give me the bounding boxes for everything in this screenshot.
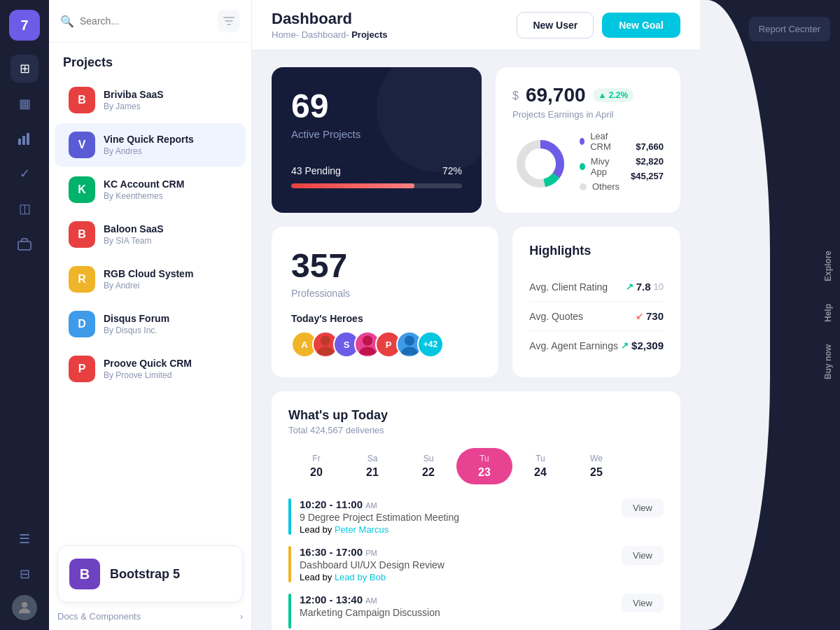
cal-day-21[interactable]: Sa 21	[344, 448, 400, 484]
professionals-count: 357	[291, 246, 479, 285]
filter-button[interactable]	[218, 10, 240, 32]
cal-day-25[interactable]: We 25	[568, 448, 624, 484]
arrow-down-icon: ↙	[636, 311, 643, 321]
event-lead-link-1[interactable]: Peter Marcus	[335, 524, 388, 535]
earnings-card: $ 69,700 ▲ 2.2% Projects Earnings in Apr…	[496, 67, 680, 213]
highlight-label-earnings: Avg. Agent Earnings	[529, 340, 618, 351]
project-name-3: Baloon SaaS	[104, 223, 164, 234]
amounts-column: $7,660 $2,820 $45,257	[631, 141, 664, 186]
highlight-value-rating: ↗ 7.8 10	[626, 281, 664, 293]
right-tabs: Explore Help Buy now	[818, 239, 840, 391]
bootstrap-label: Bootstrap 5	[110, 567, 180, 582]
legend-dot-leaf	[580, 138, 584, 145]
project-logo-1: V	[69, 132, 95, 158]
project-name-5: Disqus Forum	[104, 313, 169, 324]
bootstrap-logo: B	[69, 559, 100, 589]
page-title: Dashboard	[272, 10, 387, 28]
sidebar-icon-grid2[interactable]: ⊟	[10, 560, 38, 588]
explore-tab[interactable]: Explore	[818, 239, 840, 293]
legend-dot-others	[580, 183, 587, 190]
sidebar-icon-check[interactable]: ✓	[10, 160, 38, 188]
arrow-up-icon: ↗	[626, 281, 634, 292]
event-item-2: 16:30 - 17:00 PM Dashboard UI/UX Design …	[288, 546, 664, 582]
project-item-1[interactable]: V Vine Quick Reports By Andres	[55, 123, 246, 167]
project-name-4: RGB Cloud System	[104, 268, 193, 279]
new-goal-button[interactable]: New Goal	[602, 13, 680, 38]
project-item-5[interactable]: D Disqus Forum By Disqus Inc.	[55, 302, 246, 346]
highlight-row-earnings: Avg. Agent Earnings ↗ $2,309	[529, 331, 664, 360]
project-by-4: By Andrei	[104, 281, 193, 290]
cal-day-23[interactable]: Tu 23	[456, 448, 512, 484]
earnings-label: Projects Earnings in April	[512, 109, 664, 120]
view-button-1[interactable]: View	[622, 498, 664, 517]
active-projects-label: Active Projects	[291, 128, 462, 140]
pending-row: 43 Pending 72%	[291, 165, 462, 176]
todays-heroes: Today's Heroes A S P	[291, 313, 479, 358]
mid-row: 357 Professionals Today's Heroes A S P	[272, 227, 680, 377]
sidebar-icon-briefcase[interactable]	[10, 230, 38, 258]
donut-chart	[512, 136, 568, 192]
arrow-up-icon-2: ↗	[621, 340, 629, 351]
project-item-2[interactable]: K KC Account CRM By Keenthemes	[55, 168, 246, 211]
bootstrap-card: B Bootstrap 5	[57, 545, 243, 603]
docs-link[interactable]: Docs & Components ›	[49, 611, 251, 630]
project-name-6: Proove Quick CRM	[104, 358, 192, 369]
project-info-5: Disqus Forum By Disqus Inc.	[104, 313, 169, 335]
sidebar-user-avatar[interactable]	[12, 595, 37, 620]
breadcrumb: Home- Dashboard- Projects	[272, 29, 387, 40]
cal-day-22[interactable]: Su 22	[400, 448, 456, 484]
svg-point-8	[321, 335, 330, 345]
event-name-3: Marketing Campaign Discussion	[300, 607, 613, 618]
project-by-3: By SIA Team	[104, 236, 164, 246]
search-icon: 🔍	[60, 15, 74, 28]
new-user-button[interactable]: New User	[517, 12, 594, 38]
sidebar-icon-grid[interactable]: ⊞	[10, 55, 38, 83]
project-info-2: KC Account CRM By Keenthemes	[104, 178, 184, 201]
legend-item-leaf: Leaf CRM	[580, 131, 620, 152]
search-bar: 🔍	[49, 0, 251, 43]
pending-label: 43 Pending	[291, 165, 341, 176]
search-input[interactable]	[80, 15, 212, 27]
right-panel: Report Cecnter Explore Help Buy now	[700, 0, 840, 630]
highlight-value-earnings: ↗ $2,309	[621, 340, 664, 351]
sidebar-icon-chart[interactable]	[10, 125, 38, 153]
view-button-2[interactable]: View	[622, 546, 664, 565]
event-bar-1	[288, 498, 291, 535]
project-item-0[interactable]: B Briviba SaaS By James	[55, 78, 246, 122]
calendar-days: Fr 20 Sa 21 Su 22 Tu 23 Tu 24	[288, 448, 664, 484]
view-button-3[interactable]: View	[622, 594, 664, 612]
project-item-6[interactable]: P Proove Quick CRM By Proove Limited	[55, 347, 246, 391]
project-logo-0: B	[69, 87, 95, 113]
active-projects-count: 69	[291, 87, 462, 125]
highlight-row-rating: Avg. Client Rating ↗ 7.8 10	[529, 272, 664, 302]
sidebar-avatar[interactable]: 7	[9, 10, 40, 41]
amount-mivy: $2,820	[631, 156, 664, 167]
events-list: 10:20 - 11:00 AM 9 Degree Project Estima…	[288, 498, 664, 629]
project-by-0: By James	[104, 102, 164, 111]
event-view-2: View	[622, 546, 664, 565]
project-name-2: KC Account CRM	[104, 178, 184, 190]
whats-up-subtitle: Total 424,567 deliveries	[288, 425, 664, 435]
event-details-1: 10:20 - 11:00 AM 9 Degree Project Estima…	[300, 498, 613, 535]
svg-rect-1	[22, 136, 25, 145]
header: Dashboard Home- Dashboard- Projects New …	[252, 0, 700, 50]
project-item-3[interactable]: B Baloon SaaS By SIA Team	[55, 213, 246, 256]
event-time-2: 16:30 - 17:00 PM	[300, 546, 613, 558]
report-center-button[interactable]: Report Cecnter	[749, 17, 830, 41]
highlight-value-quotes: ↙ 730	[636, 310, 664, 322]
project-item-4[interactable]: R RGB Cloud System By Andrei	[55, 258, 246, 301]
event-lead-link-2[interactable]: Lead by Bob	[335, 572, 386, 582]
sidebar-icon-menu[interactable]: ☰	[10, 525, 38, 553]
project-logo-5: D	[69, 311, 95, 337]
svg-point-4	[22, 602, 27, 608]
amount-leaf: $7,660	[631, 141, 664, 152]
help-tab[interactable]: Help	[818, 293, 840, 333]
buy-now-tab[interactable]: Buy now	[818, 333, 840, 391]
sidebar-icon-layers[interactable]: ◫	[10, 195, 38, 223]
hero-more: +42	[417, 331, 444, 358]
cal-day-24[interactable]: Tu 24	[512, 448, 568, 484]
cal-day-20[interactable]: Fr 20	[288, 448, 344, 484]
event-view-1: View	[622, 498, 664, 517]
dashboard-body: 69 Active Projects 43 Pending 72% $ 69,7…	[252, 50, 700, 630]
sidebar-icon-dashboard[interactable]: ▦	[10, 90, 38, 118]
